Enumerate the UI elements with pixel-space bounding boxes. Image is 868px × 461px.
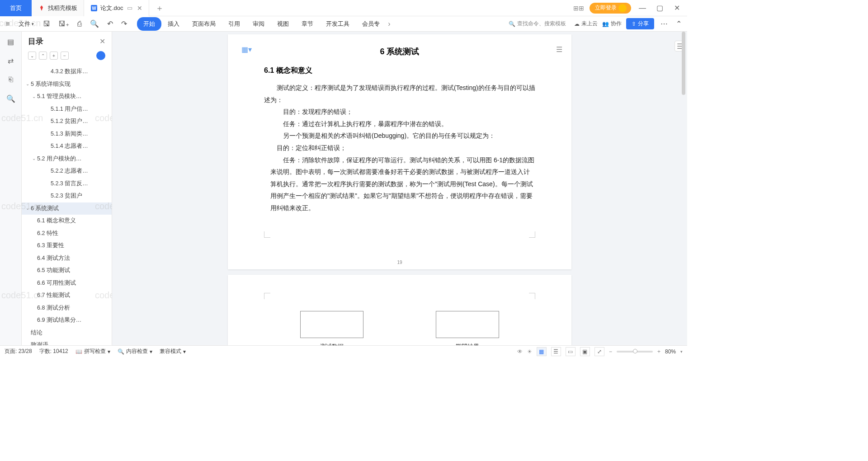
window-close-button[interactable]: ✕	[671, 3, 683, 14]
zoom-dropdown-icon[interactable]: ▾	[680, 349, 683, 354]
avatar-icon	[618, 4, 627, 12]
redo-icon[interactable]: ↷	[119, 18, 129, 30]
outline-item[interactable]: 致谢语	[22, 339, 112, 345]
command-search[interactable]: 🔍 查找命令、搜索模板	[505, 19, 570, 29]
outline-item[interactable]: 6.6 可用性测试	[22, 277, 112, 290]
outline-item[interactable]: 5.1.3 新闻类…	[22, 128, 112, 141]
outline-item[interactable]: 5.1.4 志愿者…	[22, 140, 112, 153]
save-as-icon[interactable]: 🖫₊	[57, 18, 71, 30]
outline-item[interactable]: 5.2.3 贫困户	[22, 190, 112, 202]
zoom-slider[interactable]	[617, 351, 653, 353]
bookmark-icon[interactable]: ⎗	[5, 74, 16, 85]
zoom-out-icon[interactable]: −	[609, 348, 612, 355]
outline-item[interactable]: ⌄5.2 用户模块的…	[22, 153, 112, 165]
menu-insert[interactable]: 插入	[161, 17, 186, 31]
zoom-level[interactable]: 80%	[665, 348, 676, 355]
undo-icon[interactable]: ↶	[105, 18, 115, 30]
outline-item-label: 6.5 功能测试	[37, 267, 70, 275]
outline-item[interactable]: 6.5 功能测试	[22, 264, 112, 277]
view-fullscreen-button[interactable]: ⤢	[594, 347, 604, 356]
menu-scroll-right-icon[interactable]: ›	[386, 20, 392, 28]
outline-item[interactable]: 4.3.2 数据库…	[22, 66, 112, 78]
outline-item[interactable]: 6.8 测试分析	[22, 302, 112, 315]
zoom-in-icon[interactable]: +	[657, 348, 660, 355]
toolbar-overflow-icon[interactable]: ⋯	[659, 18, 670, 30]
outline-item[interactable]: ⌄6 系统测试	[22, 202, 112, 215]
scrollbar-thumb[interactable]	[682, 32, 685, 95]
outline-item[interactable]: 6.3 重要性	[22, 240, 112, 252]
outline-item[interactable]: 6.4 测试方法	[22, 252, 112, 265]
template-icon	[38, 5, 45, 12]
outline-remove-icon[interactable]: −	[61, 52, 69, 60]
outline-item[interactable]: ⌄5 系统详细实现	[22, 78, 112, 91]
menu-start[interactable]: 开始	[137, 17, 161, 31]
view-page-button[interactable]: ▦	[537, 347, 547, 356]
outline-item-label: 5.2.3 留言反…	[51, 180, 88, 188]
content-check-button[interactable]: 🔍 内容检查 ▾	[118, 348, 152, 355]
word-doc-icon: W	[90, 5, 98, 12]
share-button[interactable]: ⇧ 分享	[626, 18, 654, 29]
outline-item[interactable]: 5.1.2 贫困户…	[22, 115, 112, 128]
page-options-icon[interactable]: ▦▾	[241, 45, 252, 54]
tab-share-icon[interactable]: ▭	[127, 5, 132, 11]
view-web-button[interactable]: ▭	[566, 347, 576, 356]
menu-review[interactable]: 审阅	[246, 17, 271, 31]
tab-home[interactable]: 首页	[0, 0, 32, 16]
outline-item[interactable]: 结论	[22, 327, 112, 339]
spellcheck-button[interactable]: 📖 拼写检查 ▾	[75, 348, 110, 355]
tab-add-button[interactable]: ＋	[149, 3, 170, 14]
outline-item[interactable]: 5.2.3 留言反…	[22, 178, 112, 190]
window-maximize-button[interactable]: ▢	[654, 3, 665, 14]
view-outline-button[interactable]: ☰	[551, 347, 561, 356]
window-minimize-button[interactable]: —	[637, 3, 648, 14]
hamburger-icon[interactable]: ≡	[4, 18, 11, 30]
outline-add-icon[interactable]: +	[50, 52, 58, 60]
compat-mode-button[interactable]: 兼容模式 ▾	[160, 348, 186, 355]
apps-grid-icon[interactable]: ⊞⊞	[573, 5, 584, 12]
tab-close-icon[interactable]: ✕	[137, 5, 142, 12]
print-icon[interactable]: ⎙	[75, 18, 84, 30]
menu-layout[interactable]: 页面布局	[186, 17, 222, 31]
eye-icon[interactable]: 👁	[517, 348, 523, 355]
transform-icon[interactable]: ⇄	[5, 55, 16, 66]
view-read-button[interactable]: ▣	[580, 347, 590, 356]
outline-item[interactable]: 6.1 概念和意义	[22, 215, 112, 227]
print-preview-icon[interactable]: 🔍	[88, 18, 101, 30]
toolbar-collapse-icon[interactable]: ⌃	[674, 18, 684, 30]
outline-expand-all-icon[interactable]: ⌃	[39, 52, 47, 60]
figure-label: 测试数据	[300, 343, 363, 345]
menu-references[interactable]: 引用	[222, 17, 246, 31]
collab-button[interactable]: 👥 协作	[602, 20, 622, 28]
outline-collapse-all-icon[interactable]: ⌄	[28, 52, 36, 60]
outline-item-label: 4.3.2 数据库…	[51, 68, 88, 76]
menu-devtools[interactable]: 开发工具	[320, 17, 356, 31]
outline-item-label: 6.7 性能测试	[37, 292, 70, 300]
outline-ai-button[interactable]	[96, 51, 105, 60]
outline-item[interactable]: 6.9 测试结果分…	[22, 314, 112, 327]
search-panel-icon[interactable]: 🔍	[5, 93, 16, 104]
outline-item[interactable]: ⌄5.1 管理员模块…	[22, 90, 112, 103]
tab-templates[interactable]: 找稻壳模板	[32, 0, 84, 16]
outline-item[interactable]: 6.7 性能测试	[22, 289, 112, 302]
outline-item[interactable]: 5.1.1 用户信…	[22, 103, 112, 116]
outline-icon[interactable]: ▤	[5, 36, 16, 47]
outline-panel: 目录 ✕ ⌄ ⌃ + − 4.3.2 数据库…⌄5 系统详细实现⌄5.1 管理员…	[22, 32, 112, 345]
sun-icon[interactable]: ☀	[527, 348, 532, 355]
status-page[interactable]: 页面: 23/28	[5, 348, 32, 355]
file-menu[interactable]: 文件 ▾	[16, 18, 37, 30]
status-word-count[interactable]: 字数: 10412	[39, 348, 68, 355]
outline-item[interactable]: 5.2.2 志愿者…	[22, 165, 112, 178]
save-icon[interactable]: 🖫	[41, 18, 52, 30]
outline-item[interactable]: 6.2 特性	[22, 227, 112, 240]
cloud-status[interactable]: ☁ 未上云	[574, 20, 598, 28]
outline-close-icon[interactable]: ✕	[99, 37, 105, 46]
tab-document[interactable]: W 论文.doc ▭ ✕	[84, 0, 149, 16]
menu-member[interactable]: 会员专	[356, 17, 386, 31]
scrollbar-track[interactable]	[682, 32, 685, 345]
paragraph: 另一个预测是相关的术语叫纠错(Debugging)。它的目的与任务可以规定为：	[270, 130, 535, 142]
menu-chapter[interactable]: 章节	[295, 17, 320, 31]
login-button[interactable]: 立即登录	[590, 3, 631, 14]
page-19: ▦▾ ☰ 6 系统测试 6.1 概念和意义 测试的定义：程序测试是为了发现错误而…	[228, 34, 571, 269]
page-format-icon[interactable]: ☰	[556, 45, 562, 54]
menu-view[interactable]: 视图	[271, 17, 295, 31]
